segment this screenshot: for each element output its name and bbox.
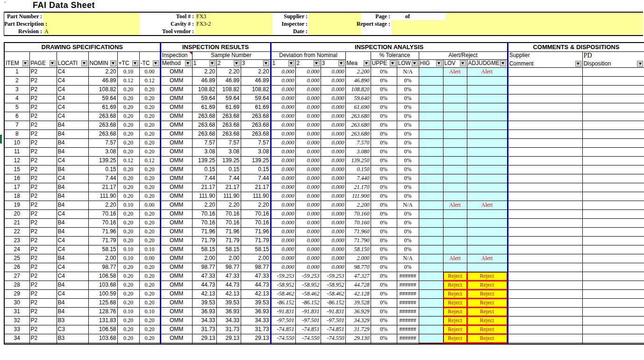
cell-dev-1[interactable]: 0.000 (271, 147, 295, 156)
cell-sample-1[interactable]: 2.00 (192, 254, 216, 263)
cell-sample-2[interactable]: 70.16 (216, 209, 241, 218)
cell-item[interactable]: 6 (4, 112, 29, 121)
cell-item[interactable]: 33 (4, 325, 29, 334)
cell-method[interactable] (160, 343, 192, 344)
cell-supplier-comment[interactable] (508, 209, 582, 218)
cell-page[interactable]: P2 (29, 94, 57, 103)
cell-nominal[interactable]: 7.57 (88, 138, 117, 147)
cell-sample-1[interactable]: 263.68 (192, 112, 216, 121)
cell-sample-3[interactable]: 2.20 (241, 201, 271, 209)
filter-dropdown-icon[interactable] (412, 60, 418, 66)
cell-sample-2[interactable]: 7.57 (216, 138, 241, 147)
cell-lower[interactable]: 0% (397, 192, 419, 201)
cell-plus-tol[interactable]: 0.20 (117, 281, 139, 289)
cell-nominal[interactable]: 3.08 (88, 147, 117, 156)
cell-nominal[interactable]: 21.17 (88, 183, 117, 192)
cell-sample-1[interactable]: 108.82 (192, 85, 216, 94)
cell-nominal[interactable]: 7.44 (88, 174, 117, 183)
cell-location[interactable]: B4 (57, 218, 88, 227)
cell-item[interactable]: 3 (4, 85, 29, 94)
cell-plus-tol[interactable]: 0.20 (117, 289, 139, 298)
cell-adjudgement[interactable] (467, 174, 508, 183)
cell-adjudgement[interactable] (467, 183, 508, 192)
cell-pd-disposition[interactable] (582, 183, 644, 192)
cell-dev-2[interactable]: 0.000 (295, 138, 321, 147)
cell-lower[interactable]: 0% (397, 263, 419, 272)
cell-adjudgement[interactable]: Reject (467, 289, 508, 298)
cell-dev-2[interactable]: 0.000 (295, 121, 321, 130)
cell-sample-3[interactable]: 36.93 (241, 307, 271, 316)
cell-dev-3[interactable]: 0.000 (321, 165, 345, 174)
cell-sample-3[interactable]: 61.69 (241, 103, 271, 112)
cell-supplier-comment[interactable] (508, 156, 582, 165)
cell-item[interactable]: 25 (4, 254, 29, 263)
cell-dev-1[interactable]: 0.000 (271, 94, 295, 103)
cell-minus-tol[interactable]: 0.00 (139, 201, 160, 209)
cell-adjudgement[interactable]: Reject (467, 298, 508, 307)
cell-sample-3[interactable]: 47.33 (241, 272, 271, 281)
cell-low[interactable]: Reject (443, 289, 467, 298)
cell-lower[interactable]: 0% (397, 85, 419, 94)
cell-supplier-comment[interactable] (508, 94, 582, 103)
cell-dev-1[interactable]: 0.000 (271, 112, 295, 121)
cell-nominal[interactable]: 263.68 (88, 112, 117, 121)
cell-page[interactable]: P2 (29, 192, 57, 201)
cell-location[interactable]: B4 (57, 192, 88, 201)
cell-minus-tol[interactable]: 0.20 (139, 121, 160, 130)
cell-upper[interactable]: 0% (371, 112, 397, 121)
cell-sample-1[interactable]: 98.77 (192, 263, 216, 272)
cell-pd-disposition[interactable] (582, 130, 644, 138)
cell-pd-disposition[interactable] (582, 334, 644, 343)
cell-dev-3[interactable]: 0.000 (321, 76, 345, 85)
cell-pd-disposition[interactable] (582, 343, 644, 344)
filter-dropdown-icon[interactable] (110, 60, 116, 66)
cell-lower[interactable]: ###### (397, 281, 419, 289)
cell-adjudgement[interactable] (467, 94, 508, 103)
cell-dev-2[interactable]: -74.851 (295, 325, 321, 334)
cell-dev-1[interactable]: 0.000 (271, 76, 295, 85)
cell-page[interactable]: P2 (29, 263, 57, 272)
cell-dev-1[interactable]: -58.952 (271, 281, 295, 289)
cell-location[interactable]: B4 (57, 254, 88, 263)
cell-location[interactable]: C4 (57, 76, 88, 85)
cell-sample-1[interactable]: 71.79 (192, 236, 216, 245)
cell-nominal[interactable]: 58.15 (88, 245, 117, 254)
cell-upper[interactable]: 0% (371, 245, 397, 254)
filter-dropdown-icon[interactable] (50, 60, 56, 66)
cell-upper[interactable]: 0% (371, 289, 397, 298)
cell-location[interactable]: B3 (57, 334, 88, 343)
cell-adjudgement[interactable] (467, 112, 508, 121)
cell-dev-3[interactable]: 0.000 (321, 245, 345, 254)
cell-dev-2[interactable]: 0.000 (295, 85, 321, 94)
cell-upper[interactable]: 0% (371, 218, 397, 227)
cell-supplier-comment[interactable] (508, 174, 582, 183)
cell-sample-2[interactable]: 70.16 (216, 218, 241, 227)
cell-location[interactable]: C4 (57, 156, 88, 165)
cell-low[interactable]: Alert (443, 67, 467, 76)
cell-high[interactable] (419, 138, 443, 147)
cell-minus-tol[interactable]: 0.20 (139, 130, 160, 138)
cell-method[interactable]: OMM (160, 298, 192, 307)
cell-sample-2[interactable]: 34.33 (216, 316, 241, 325)
cell-sample-3[interactable]: 111.90 (241, 192, 271, 201)
filter-dropdown-icon[interactable] (338, 60, 344, 66)
cell-sample-2[interactable]: 47.33 (216, 272, 241, 281)
cell-low[interactable] (443, 156, 467, 165)
cell-dev-2[interactable]: 0.000 (295, 67, 321, 76)
cell-item[interactable]: 22 (4, 227, 29, 236)
cell-low[interactable] (443, 174, 467, 183)
cell-sample-1[interactable]: 0.15 (192, 165, 216, 174)
cell-nominal[interactable]: 103.68 (88, 281, 117, 289)
cell-sample-2[interactable]: 21.17 (216, 183, 241, 192)
cell-sample-1[interactable]: 263.68 (192, 130, 216, 138)
cell-sample-1[interactable]: 36.93 (192, 307, 216, 316)
cell-method[interactable]: OMM (160, 254, 192, 263)
cell-low[interactable]: Alert (443, 201, 467, 209)
cell-item[interactable]: 23 (4, 236, 29, 245)
cell-adjudgement[interactable] (467, 192, 508, 201)
cell-adjudgement[interactable] (467, 76, 508, 85)
cell-nominal[interactable]: 263.68 (88, 130, 117, 138)
cell-adjudgement[interactable] (467, 121, 508, 130)
cell-dev-1[interactable]: -59.253 (271, 272, 295, 281)
cell-nominal[interactable]: 111.90 (88, 192, 117, 201)
